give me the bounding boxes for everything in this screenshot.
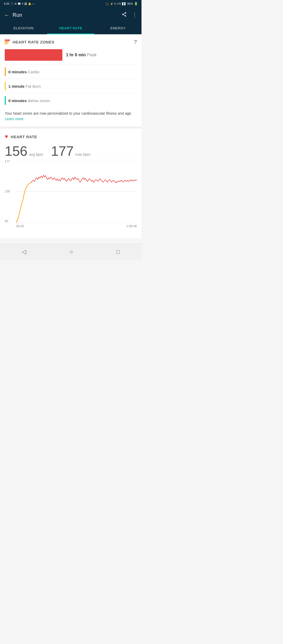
signal-icon: ▋▋	[122, 2, 126, 5]
fatburn-indicator	[5, 82, 6, 91]
status-right: 🎧 ⚡ N LTE ▋▋ 66% 🔋	[105, 2, 138, 5]
heart-section-header: ♥ HEART RATE	[5, 133, 137, 140]
cardio-indicator	[5, 67, 6, 76]
x-label-end: 1:06:46	[126, 224, 137, 228]
chart-y-labels: 177 130 83	[5, 160, 10, 223]
back-nav-button[interactable]: ◁	[17, 247, 31, 256]
home-nav-button[interactable]: ○	[64, 247, 78, 256]
bluetooth-icon: ⚡	[110, 2, 113, 5]
cardio-minutes: 0 minutes	[8, 70, 27, 74]
heart-rate-zones-section: HEART RATE ZONES ? 1 hr 6 min Peak 0 min…	[0, 34, 142, 126]
zone-row-below: 0 minutes Below zones	[5, 93, 137, 108]
home-nav-icon: ○	[69, 248, 73, 255]
max-bpm-group: 177 max bpm	[51, 144, 90, 158]
spotify-icon: 🎵	[10, 2, 13, 5]
nfc-icon: N	[114, 2, 116, 5]
menu-button[interactable]: ⋮	[132, 12, 137, 18]
dash-icon: —	[32, 2, 35, 5]
grid-icon: #	[22, 2, 23, 5]
section-divider	[0, 126, 142, 129]
y-label-min: 83	[5, 220, 10, 223]
msg-icon: ✉	[14, 2, 17, 5]
avg-bpm-group: 156 avg bpm	[5, 144, 43, 158]
app-bar-left: ← Run	[4, 12, 22, 18]
below-indicator	[5, 96, 6, 105]
status-bar: 4:26 🎵 ✉ 💬 # 🖼 🔔 — 🎧 ⚡ N LTE ▋▋ 66% 🔋	[0, 0, 142, 7]
status-time: 4:26	[4, 2, 9, 5]
zone-row-fatburn: 1 minute Fat Burn	[5, 79, 137, 93]
fatburn-text: 1 minute Fat Burn	[8, 84, 41, 88]
more-icon: ⋮	[132, 12, 137, 18]
recent-nav-button[interactable]: □	[111, 247, 125, 256]
headphone-icon: 🎧	[105, 2, 109, 5]
below-text: 0 minutes Below zones	[8, 98, 50, 103]
back-button[interactable]: ←	[4, 12, 9, 18]
avg-bpm-number: 156	[5, 144, 28, 158]
peak-label: 1 hr 6 min Peak	[66, 53, 97, 57]
messenger-icon: 💬	[18, 2, 21, 5]
back-icon: ←	[4, 12, 9, 18]
section-title-row: HEART RATE ZONES	[5, 40, 54, 45]
app-title: Run	[13, 12, 22, 18]
fatburn-minutes: 1 minute	[8, 84, 25, 88]
heart-rate-section: ♥ HEART RATE 156 avg bpm 177 max bpm 177…	[0, 129, 142, 238]
zone-row-cardio: 0 minutes Cardio	[5, 64, 137, 79]
peak-bar-row: 1 hr 6 min Peak	[5, 49, 137, 61]
bell-icon: 🔔	[28, 2, 31, 5]
zones-title: HEART RATE ZONES	[13, 40, 54, 44]
cardio-text: 0 minutes Cardio	[8, 70, 39, 74]
share-button[interactable]	[122, 12, 127, 18]
heart-icon: ♥	[5, 133, 8, 140]
content: HEART RATE ZONES ? 1 hr 6 min Peak 0 min…	[0, 34, 142, 238]
max-bpm-number: 177	[51, 144, 74, 158]
heart-rate-chart	[16, 160, 137, 223]
share-icon	[122, 12, 127, 18]
x-label-start: 00:00	[16, 224, 24, 228]
bpm-row: 156 avg bpm 177 max bpm	[5, 144, 137, 158]
info-main-text: Your heart zones are now personalized to…	[5, 111, 132, 115]
heart-title-row: ♥ HEART RATE	[5, 133, 37, 140]
app-bar: ← Run ⋮	[0, 7, 142, 23]
tab-heart-rate[interactable]: HEART RATE	[47, 23, 94, 34]
tab-bar: ELEVATION HEART RATE ENERGY	[0, 23, 142, 34]
peak-bar	[5, 49, 62, 61]
below-name: Below zones	[28, 98, 50, 103]
tab-elevation[interactable]: ELEVATION	[0, 23, 47, 34]
info-text: Your heart zones are now personalized to…	[5, 108, 137, 123]
peak-time: 1 hr 6 min	[66, 53, 86, 57]
recent-nav-icon: □	[116, 248, 120, 255]
peak-zone-name: Peak	[87, 53, 96, 57]
chart-container: 177 130 83 00:00 1:06:46	[5, 160, 137, 238]
avg-bpm-label: avg bpm	[29, 152, 43, 157]
battery-icon: 🔋	[134, 2, 138, 5]
chart-x-labels: 00:00 1:06:46	[16, 223, 137, 228]
learn-more-link[interactable]: Learn more	[5, 117, 24, 121]
tab-energy[interactable]: ENERGY	[94, 23, 142, 34]
bottom-nav: ◁ ○ □	[0, 244, 142, 259]
y-label-mid: 130	[5, 190, 10, 193]
heart-rate-title: HEART RATE	[11, 135, 37, 139]
cardio-name: Cardio	[28, 70, 39, 74]
stacked-bars-icon	[5, 40, 10, 45]
help-icon[interactable]: ?	[134, 39, 137, 45]
y-label-max: 177	[5, 160, 10, 163]
section-header: HEART RATE ZONES ?	[5, 39, 137, 45]
photo-icon: 🖼	[24, 2, 27, 5]
max-bpm-label: max bpm	[75, 152, 90, 157]
lte-icon: LTE	[117, 2, 121, 5]
fatburn-name: Fat Burn	[26, 84, 41, 88]
below-minutes: 0 minutes	[8, 98, 27, 103]
app-bar-actions: ⋮	[122, 12, 137, 18]
back-nav-icon: ◁	[22, 248, 26, 255]
status-left: 4:26 🎵 ✉ 💬 # 🖼 🔔 —	[4, 2, 35, 5]
battery-level: 66%	[127, 2, 133, 5]
